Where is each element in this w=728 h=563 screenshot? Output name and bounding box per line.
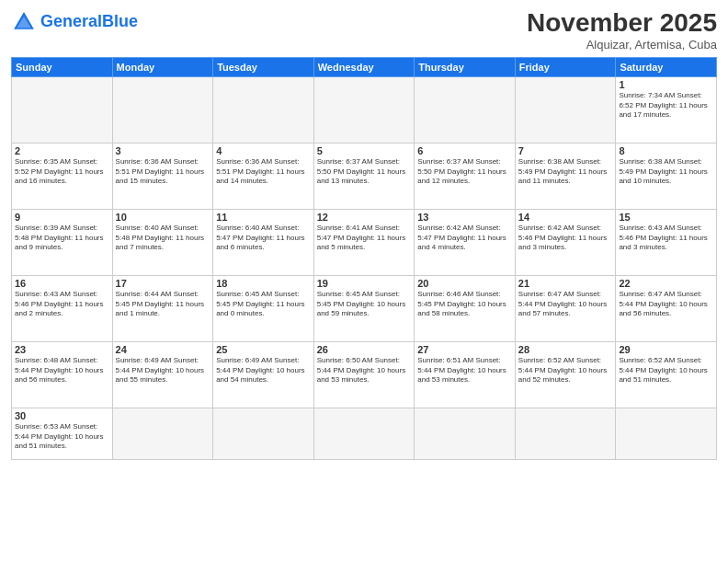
calendar-cell: 12Sunrise: 6:41 AM Sunset: 5:47 PM Dayli… [313,209,415,275]
calendar-cell: 24Sunrise: 6:49 AM Sunset: 5:44 PM Dayli… [112,341,213,408]
day-info: Sunrise: 6:46 AM Sunset: 5:45 PM Dayligh… [417,290,512,319]
day-number: 26 [317,344,412,355]
day-info: Sunrise: 6:41 AM Sunset: 5:47 PM Dayligh… [317,224,412,253]
calendar-cell: 26Sunrise: 6:50 AM Sunset: 5:44 PM Dayli… [313,341,415,408]
col-friday: Friday [515,57,616,76]
day-number: 4 [216,145,311,156]
day-info: Sunrise: 6:42 AM Sunset: 5:47 PM Dayligh… [417,224,512,253]
day-info: Sunrise: 6:49 AM Sunset: 5:44 PM Dayligh… [216,356,311,385]
calendar-cell: 23Sunrise: 6:48 AM Sunset: 5:44 PM Dayli… [12,341,113,408]
day-info: Sunrise: 6:40 AM Sunset: 5:48 PM Dayligh… [116,224,210,253]
day-number: 13 [417,212,512,223]
month-title: November 2025 [527,9,717,38]
day-number: 8 [619,145,713,156]
day-info: Sunrise: 6:39 AM Sunset: 5:48 PM Dayligh… [15,224,109,253]
calendar-cell [112,76,213,143]
day-number: 15 [619,212,713,223]
day-number: 7 [518,145,613,156]
day-number: 17 [116,278,210,289]
calendar-header-row: Sunday Monday Tuesday Wednesday Thursday… [12,57,717,76]
day-info: Sunrise: 6:53 AM Sunset: 5:44 PM Dayligh… [15,422,109,452]
day-info: Sunrise: 6:50 AM Sunset: 5:44 PM Dayligh… [317,356,412,385]
calendar-cell [213,408,314,459]
day-info: Sunrise: 6:52 AM Sunset: 5:44 PM Dayligh… [619,356,713,385]
day-number: 14 [518,212,613,223]
calendar-cell [415,76,516,143]
col-thursday: Thursday [415,57,516,76]
day-info: Sunrise: 6:37 AM Sunset: 5:50 PM Dayligh… [417,157,512,187]
calendar-cell [616,408,717,459]
calendar-cell: 1Sunrise: 7:34 AM Sunset: 6:52 PM Daylig… [616,76,717,143]
day-info: Sunrise: 6:36 AM Sunset: 5:51 PM Dayligh… [216,157,311,187]
calendar-cell: 8Sunrise: 6:38 AM Sunset: 5:49 PM Daylig… [616,143,717,209]
logo-text: GeneralBlue [40,13,138,31]
calendar-cell: 14Sunrise: 6:42 AM Sunset: 5:46 PM Dayli… [515,209,616,275]
day-info: Sunrise: 6:37 AM Sunset: 5:50 PM Dayligh… [317,157,412,187]
logo-icon [11,9,37,35]
calendar-cell: 2Sunrise: 6:35 AM Sunset: 5:52 PM Daylig… [12,143,113,209]
location-subtitle: Alquizar, Artemisa, Cuba [527,38,717,52]
calendar-cell [12,76,113,143]
calendar-cell [313,408,415,459]
day-number: 28 [518,344,613,355]
day-number: 25 [216,344,311,355]
day-number: 9 [15,212,109,223]
calendar-cell: 4Sunrise: 6:36 AM Sunset: 5:51 PM Daylig… [213,143,314,209]
day-info: Sunrise: 6:38 AM Sunset: 5:49 PM Dayligh… [619,157,713,187]
day-number: 3 [116,145,210,156]
day-info: Sunrise: 6:47 AM Sunset: 5:44 PM Dayligh… [619,290,713,319]
calendar-cell [515,408,616,459]
day-info: Sunrise: 6:49 AM Sunset: 5:44 PM Dayligh… [116,356,210,385]
day-number: 18 [216,278,311,289]
day-number: 22 [619,278,713,289]
day-info: Sunrise: 6:52 AM Sunset: 5:44 PM Dayligh… [518,356,613,385]
day-number: 20 [417,278,512,289]
calendar-cell: 5Sunrise: 6:37 AM Sunset: 5:50 PM Daylig… [313,143,415,209]
day-number: 19 [317,278,412,289]
day-info: Sunrise: 6:48 AM Sunset: 5:44 PM Dayligh… [15,356,109,385]
calendar-cell: 18Sunrise: 6:45 AM Sunset: 5:45 PM Dayli… [213,275,314,341]
calendar-cell: 30Sunrise: 6:53 AM Sunset: 5:44 PM Dayli… [12,408,113,459]
calendar-cell: 7Sunrise: 6:38 AM Sunset: 5:49 PM Daylig… [515,143,616,209]
col-saturday: Saturday [616,57,717,76]
day-number: 30 [15,410,109,421]
day-number: 2 [15,145,109,156]
calendar-cell: 20Sunrise: 6:46 AM Sunset: 5:45 PM Dayli… [415,275,516,341]
day-number: 27 [417,344,512,355]
day-info: Sunrise: 7:34 AM Sunset: 6:52 PM Dayligh… [619,91,713,121]
calendar-cell: 27Sunrise: 6:51 AM Sunset: 5:44 PM Dayli… [415,341,516,408]
calendar-cell: 15Sunrise: 6:43 AM Sunset: 5:46 PM Dayli… [616,209,717,275]
day-number: 5 [317,145,412,156]
calendar-cell [515,76,616,143]
day-info: Sunrise: 6:51 AM Sunset: 5:44 PM Dayligh… [417,356,512,385]
day-info: Sunrise: 6:36 AM Sunset: 5:51 PM Dayligh… [116,157,210,187]
logo-blue: Blue [102,12,138,30]
day-number: 1 [619,79,713,90]
col-sunday: Sunday [12,57,113,76]
calendar-cell: 3Sunrise: 6:36 AM Sunset: 5:51 PM Daylig… [112,143,213,209]
day-number: 16 [15,278,109,289]
day-info: Sunrise: 6:42 AM Sunset: 5:46 PM Dayligh… [518,224,613,253]
calendar-cell: 17Sunrise: 6:44 AM Sunset: 5:45 PM Dayli… [112,275,213,341]
day-number: 11 [216,212,311,223]
day-info: Sunrise: 6:43 AM Sunset: 5:46 PM Dayligh… [619,224,713,253]
calendar-cell [313,76,415,143]
calendar-cell: 22Sunrise: 6:47 AM Sunset: 5:44 PM Dayli… [616,275,717,341]
header: GeneralBlue November 2025 Alquizar, Arte… [11,9,717,52]
day-info: Sunrise: 6:35 AM Sunset: 5:52 PM Dayligh… [15,157,109,187]
day-number: 6 [417,145,512,156]
calendar-cell [112,408,213,459]
day-number: 12 [317,212,412,223]
day-info: Sunrise: 6:45 AM Sunset: 5:45 PM Dayligh… [216,290,311,319]
calendar-cell [415,408,516,459]
day-number: 29 [619,344,713,355]
day-info: Sunrise: 6:38 AM Sunset: 5:49 PM Dayligh… [518,157,613,187]
page: GeneralBlue November 2025 Alquizar, Arte… [0,0,728,563]
col-monday: Monday [112,57,213,76]
calendar-cell: 10Sunrise: 6:40 AM Sunset: 5:48 PM Dayli… [112,209,213,275]
logo: GeneralBlue [11,9,138,35]
day-number: 23 [15,344,109,355]
calendar: Sunday Monday Tuesday Wednesday Thursday… [11,57,717,460]
day-number: 24 [116,344,210,355]
calendar-cell: 19Sunrise: 6:45 AM Sunset: 5:45 PM Dayli… [313,275,415,341]
